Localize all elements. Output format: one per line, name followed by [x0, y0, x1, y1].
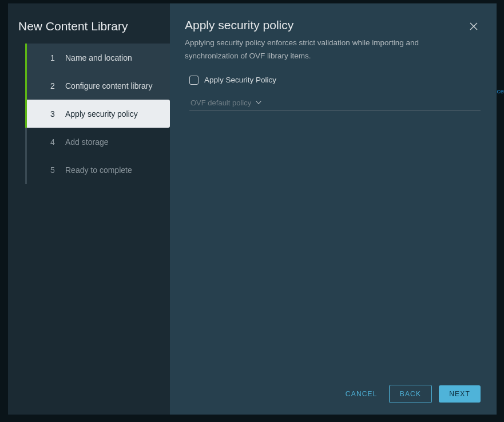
close-button[interactable]	[467, 19, 481, 33]
wizard-content-panel: Apply security policy Applying security …	[170, 3, 497, 415]
step-number: 1	[50, 53, 61, 62]
wizard-steps: 1 Name and location 2 Configure content …	[8, 44, 170, 184]
panel-title: Apply security policy	[185, 18, 448, 32]
wizard-footer: CANCEL BACK NEXT	[185, 376, 481, 403]
apply-policy-row: Apply Security Policy	[189, 76, 481, 85]
wizard-step-configure[interactable]: 2 Configure content library	[25, 72, 170, 100]
background-fragment: ce	[497, 88, 504, 94]
step-label: Ready to complete	[65, 165, 132, 175]
wizard-step-security-policy[interactable]: 3 Apply security policy	[25, 100, 170, 128]
apply-policy-label: Apply Security Policy	[204, 76, 276, 84]
step-label: Configure content library	[65, 81, 153, 90]
chevron-down-icon	[256, 98, 261, 107]
step-label: Name and location	[65, 53, 132, 62]
close-icon	[469, 22, 478, 31]
wizard-title: New Content Library	[8, 17, 170, 44]
policy-dropdown: OVF default policy	[189, 96, 481, 111]
next-button[interactable]: NEXT	[439, 385, 481, 403]
step-number: 4	[50, 137, 61, 147]
step-number: 5	[50, 165, 61, 175]
step-label: Apply security policy	[65, 109, 138, 119]
panel-description: Applying security policy enforces strict…	[185, 37, 448, 63]
wizard-step-name-location[interactable]: 1 Name and location	[25, 44, 170, 72]
wizard-step-ready: 5 Ready to complete	[25, 156, 170, 184]
wizard-step-add-storage: 4 Add storage	[25, 128, 170, 156]
back-button[interactable]: BACK	[389, 385, 432, 403]
step-number: 3	[50, 109, 61, 119]
wizard-sidebar: New Content Library 1 Name and location …	[8, 3, 170, 415]
step-number: 2	[50, 81, 61, 90]
apply-policy-checkbox[interactable]	[189, 76, 199, 85]
cancel-button[interactable]: CANCEL	[336, 385, 382, 403]
wizard-modal: New Content Library 1 Name and location …	[8, 3, 497, 415]
dropdown-value: OVF default policy	[191, 98, 251, 107]
step-label: Add storage	[65, 137, 109, 147]
